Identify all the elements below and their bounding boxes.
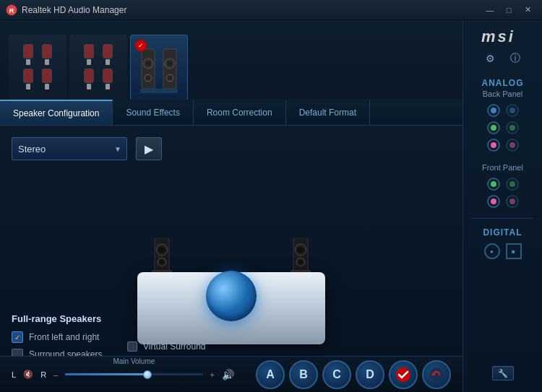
device-header: ✓	[0, 20, 463, 100]
speaker-dropdown[interactable]: Stereo Quadraphonic 5.1 Speaker 7.1 Spea…	[12, 137, 127, 160]
play-button[interactable]: ▶	[136, 137, 162, 160]
volume-slider-thumb[interactable]	[143, 370, 152, 379]
sidebar-divider	[471, 218, 534, 219]
front-jack-pink-2[interactable]	[506, 195, 519, 208]
jack-blue-2[interactable]	[506, 104, 519, 117]
digital-icons: ● ■	[484, 243, 522, 259]
svg-rect-12	[140, 89, 178, 93]
back-panel-jacks	[487, 104, 519, 117]
btn-a[interactable]: A	[256, 360, 285, 389]
svg-point-9	[167, 61, 173, 66]
check-icon: ✓	[14, 334, 20, 341]
jack-pink-1[interactable]	[487, 139, 500, 152]
sidebar-bottom: 🔧	[492, 259, 514, 386]
tab-sound-effects[interactable]: Sound Effects	[113, 100, 194, 125]
info-icon[interactable]: ⓘ	[507, 51, 523, 66]
digital-section: DIGITAL ● ■	[463, 225, 542, 259]
maximize-button[interactable]: □	[500, 3, 517, 17]
tab-speaker-config[interactable]: Speaker Configuration	[0, 100, 113, 125]
device-icon-2[interactable]	[69, 35, 127, 100]
svg-point-26	[429, 367, 444, 382]
svg-point-23	[298, 260, 304, 265]
front-panel-label: Front Panel	[482, 163, 523, 172]
front-panel-jacks-2	[487, 195, 519, 208]
play-icon: ▶	[145, 142, 153, 156]
jack-green-2[interactable]	[506, 121, 519, 134]
jack-blue-1[interactable]	[487, 104, 500, 117]
analog-title: ANALOG	[482, 78, 524, 88]
svg-point-4	[145, 61, 151, 66]
close-button[interactable]: ✕	[519, 3, 536, 17]
svg-point-15	[158, 246, 165, 253]
svg-text:R: R	[9, 7, 14, 14]
digital-optical-icon[interactable]: ●	[484, 243, 500, 259]
vol-left-label: L	[12, 370, 16, 379]
main-volume-label: Main Volume	[113, 357, 155, 365]
digital-title: DIGITAL	[483, 227, 522, 238]
front-jack-green-2[interactable]	[506, 178, 519, 191]
refresh-button[interactable]	[422, 360, 451, 389]
check-button[interactable]	[389, 360, 418, 389]
svg-text:msi: msi	[481, 27, 515, 45]
settings-icon[interactable]: ⚙	[483, 51, 499, 66]
left-area: ✓	[0, 20, 463, 392]
front-jack-green[interactable]	[487, 178, 500, 191]
device-icon-3[interactable]: ✓	[130, 35, 188, 100]
full-range-title: Full-range Speakers	[12, 313, 102, 324]
digital-coax-icon[interactable]: ■	[506, 243, 522, 259]
front-panel-jacks-1	[487, 178, 519, 191]
minimize-button[interactable]: —	[481, 3, 499, 17]
btn-c[interactable]: C	[322, 360, 351, 389]
front-speakers-checkbox[interactable]: ✓	[12, 331, 23, 343]
virtual-surround-row: Virtual Surround	[127, 341, 206, 352]
volume-bar: L 🔇 R – Main Volume + 🔊 A	[0, 356, 463, 392]
svg-point-17	[160, 260, 165, 265]
back-panel-label: Back Panel	[483, 90, 523, 98]
virtual-surround-checkbox[interactable]	[127, 341, 137, 352]
svg-point-21	[297, 246, 304, 253]
device-icon-1[interactable]	[9, 35, 66, 100]
vol-plus-label: +	[210, 370, 215, 379]
speaker-dropdown-container: Stereo Quadraphonic 5.1 Speaker 7.1 Spea…	[12, 137, 127, 160]
tab-room-correction[interactable]: Room Correction	[194, 100, 286, 125]
front-speakers-label: Front left and right	[29, 332, 99, 342]
tabs-bar: Speaker Configuration Sound Effects Room…	[0, 100, 463, 126]
vol-speaker-icon: 🔊	[222, 369, 234, 380]
volume-slider-container: Main Volume	[65, 367, 202, 382]
speaker-visualization: Virtual Surround Full-range Speakers ✓ F…	[12, 172, 451, 380]
back-panel-jacks-2	[487, 121, 519, 134]
wrench-button[interactable]: 🔧	[492, 366, 514, 380]
svg-point-11	[168, 76, 172, 80]
window-controls: — □ ✕	[481, 3, 536, 17]
msi-logo-area: msi	[463, 26, 542, 46]
analog-section: ANALOG Back Panel Front Panel	[463, 75, 542, 212]
content-area: Stereo Quadraphonic 5.1 Speaker 7.1 Spea…	[0, 126, 463, 392]
svg-point-6	[146, 76, 150, 80]
front-jack-pink[interactable]	[487, 195, 500, 208]
virtual-surround-label: Virtual Surround	[143, 341, 206, 352]
btn-d[interactable]: D	[356, 360, 384, 389]
btn-b[interactable]: B	[289, 360, 318, 389]
title-bar: R Realtek HD Audio Manager — □ ✕	[0, 0, 542, 20]
volume-slider-fill	[65, 373, 147, 375]
vol-minus-label: –	[53, 370, 58, 379]
back-panel-jacks-3	[487, 139, 519, 152]
window-title: Realtek HD Audio Manager	[22, 5, 481, 15]
front-speakers-row: ✓ Front left and right	[12, 331, 102, 343]
center-orb	[206, 271, 257, 321]
tab-default-format[interactable]: Default Format	[286, 100, 370, 125]
jack-green-1[interactable]	[487, 121, 500, 134]
bottom-buttons: A B C D	[256, 360, 451, 389]
sidebar-top-icons: ⚙ ⓘ	[483, 51, 523, 66]
speaker-config-row: Stereo Quadraphonic 5.1 Speaker 7.1 Spea…	[12, 137, 451, 160]
volume-slider-track[interactable]	[65, 373, 202, 375]
stage	[137, 251, 325, 344]
vol-icon-left: 🔇	[23, 370, 33, 379]
jack-pink-2[interactable]	[506, 139, 519, 152]
vol-right-label: R	[40, 370, 46, 379]
app-icon: R	[6, 4, 17, 16]
main-content: ✓	[0, 20, 542, 392]
right-sidebar: msi ⚙ ⓘ ANALOG Back Panel	[463, 20, 542, 392]
wrench-icon: 🔧	[498, 369, 508, 378]
